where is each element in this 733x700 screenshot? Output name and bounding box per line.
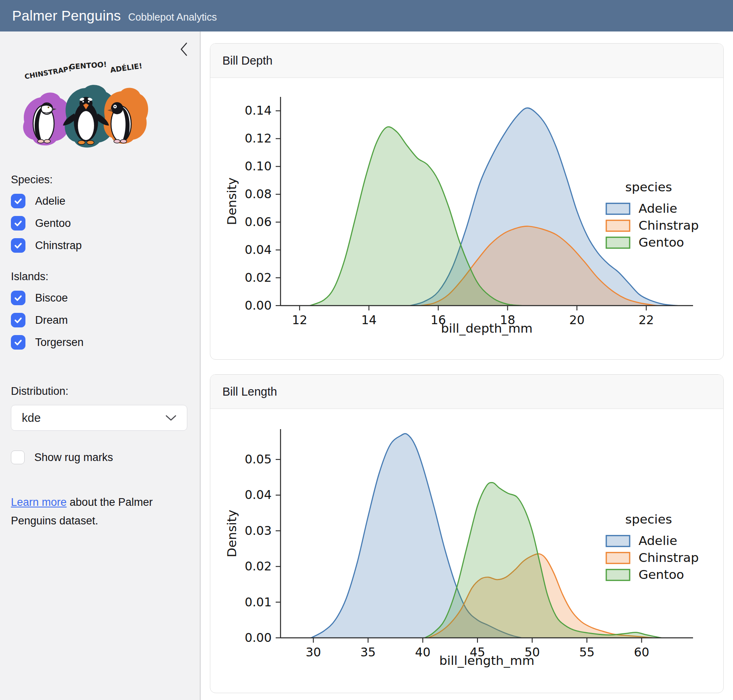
x-tick-label: 14 [361, 313, 376, 327]
legend-title: species [625, 511, 672, 526]
y-tick-label: 0.06 [245, 215, 272, 229]
checkbox-label: Biscoe [35, 292, 68, 304]
check-icon [13, 293, 23, 303]
legend-swatch-adelie [606, 203, 630, 214]
checkbox-species-chinstrap[interactable]: Chinstrap [11, 238, 189, 253]
legend-swatch-chinstrap [606, 552, 630, 563]
checkbox-box[interactable] [11, 238, 25, 253]
distribution-label: Distribution: [11, 385, 189, 398]
bill-length-card-title: Bill Length [210, 375, 723, 409]
checkbox-box[interactable] [11, 291, 25, 305]
checkbox-box[interactable] [11, 216, 25, 231]
species-group-label: Species: [11, 174, 189, 186]
y-tick-label: 0.12 [245, 131, 272, 145]
checkbox-label: Gentoo [35, 217, 71, 230]
checkbox-label: Adelie [35, 195, 65, 207]
y-tick-label: 0.00 [245, 631, 272, 645]
x-tick-label: 55 [579, 645, 594, 659]
y-axis-label: Density [224, 509, 239, 557]
check-icon [13, 337, 23, 347]
main-content: Bill Depth 1214161820220.000.020.040.060… [201, 31, 733, 700]
chevron-left-icon [180, 42, 188, 57]
x-axis-label: bill_length_mm [439, 653, 534, 668]
app-header: Palmer Penguins Cobblepot Analytics [0, 0, 733, 31]
chinstrap-label: CHINSTRAP! [24, 65, 72, 81]
checkbox-island-torgersen[interactable]: Torgersen [11, 335, 189, 350]
x-tick-label: 22 [638, 313, 653, 327]
y-tick-label: 0.04 [245, 243, 272, 257]
bill-length-card: Bill Length 303540455055600.000.010.020.… [210, 374, 724, 693]
penguins-artwork: CHINSTRAP! GENTOO! ADÉLIE! [12, 52, 189, 161]
islands-group-label: Islands: [11, 270, 189, 283]
distribution-selected-value: kde [22, 411, 41, 425]
y-tick-label: 0.14 [245, 103, 272, 117]
legend-swatch-gentoo [606, 237, 630, 248]
checkbox-island-dream[interactable]: Dream [11, 313, 189, 327]
y-tick-label: 0.08 [245, 187, 272, 201]
legend-label-chinstrap: Chinstrap [639, 550, 699, 564]
x-tick-label: 60 [634, 645, 649, 659]
checkbox-box[interactable] [11, 194, 25, 208]
y-tick-label: 0.01 [245, 595, 272, 609]
penguins-illustration: CHINSTRAP! GENTOO! ADÉLIE! [12, 52, 150, 159]
app-title: Palmer Penguins [12, 8, 121, 24]
checkbox-box[interactable] [11, 313, 25, 327]
adelie-label: ADÉLIE! [110, 61, 143, 74]
y-tick-label: 0.02 [245, 270, 272, 285]
y-axis-label: Density [224, 177, 239, 225]
check-icon [13, 315, 23, 325]
legend-swatch-chinstrap [606, 220, 630, 231]
bill-depth-chart: 1214161820220.000.020.040.060.080.100.12… [217, 86, 717, 352]
sidebar: CHINSTRAP! GENTOO! ADÉLIE! Species: Adel… [0, 31, 201, 700]
sidebar-collapse-button[interactable] [178, 41, 190, 57]
legend: speciesAdelieChinstrapGentoo [606, 179, 699, 249]
app-subtitle: Cobblepot Analytics [128, 11, 217, 23]
bill-length-chart: 303540455055600.000.010.020.030.040.05bi… [217, 418, 717, 684]
gentoo-label: GENTOO! [69, 60, 107, 71]
legend-label-adelie: Adelie [639, 533, 677, 547]
x-tick-label: 20 [569, 313, 584, 327]
checkbox-species-adelie[interactable]: Adelie [11, 194, 189, 208]
legend-label-gentoo: Gentoo [639, 567, 684, 581]
legend: speciesAdelieChinstrapGentoo [606, 511, 699, 581]
x-tick-label: 30 [306, 645, 321, 659]
checkbox-label: Chinstrap [35, 239, 82, 252]
check-icon [13, 218, 23, 228]
checkbox-box[interactable] [11, 335, 25, 350]
chevron-down-icon [165, 415, 176, 421]
distribution-select[interactable]: kde [11, 405, 187, 431]
learn-more-text: Learn more about the Palmer Penguins dat… [11, 493, 185, 530]
y-tick-label: 0.02 [245, 559, 272, 573]
check-icon [13, 196, 23, 206]
checkbox-species-gentoo[interactable]: Gentoo [11, 216, 189, 231]
checkbox-box[interactable] [11, 451, 25, 464]
y-tick-label: 0.04 [245, 488, 272, 502]
legend-label-gentoo: Gentoo [639, 235, 684, 249]
x-tick-label: 40 [415, 645, 430, 659]
y-tick-label: 0.00 [245, 298, 272, 312]
bill-depth-card-title: Bill Depth [210, 44, 723, 78]
y-tick-label: 0.05 [245, 452, 272, 466]
legend-swatch-gentoo [606, 569, 630, 580]
x-tick-label: 12 [292, 313, 307, 327]
checkbox-island-biscoe[interactable]: Biscoe [11, 291, 189, 305]
check-icon [13, 241, 23, 250]
checkbox-label: Dream [35, 314, 68, 327]
x-tick-label: 35 [360, 645, 375, 659]
bill-depth-card: Bill Depth 1214161820220.000.020.040.060… [210, 43, 724, 360]
y-tick-label: 0.10 [245, 159, 272, 173]
learn-more-link[interactable]: Learn more [11, 496, 67, 508]
legend-label-chinstrap: Chinstrap [639, 218, 699, 232]
y-tick-label: 0.03 [245, 523, 272, 537]
legend-title: species [625, 179, 672, 194]
x-axis-label: bill_depth_mm [441, 321, 532, 335]
checkbox-label: Show rug marks [34, 451, 113, 464]
legend-swatch-adelie [606, 535, 630, 546]
checkbox-label: Torgersen [35, 336, 84, 349]
checkbox-show-rug-marks[interactable]: Show rug marks [11, 450, 189, 465]
legend-label-adelie: Adelie [639, 201, 677, 215]
